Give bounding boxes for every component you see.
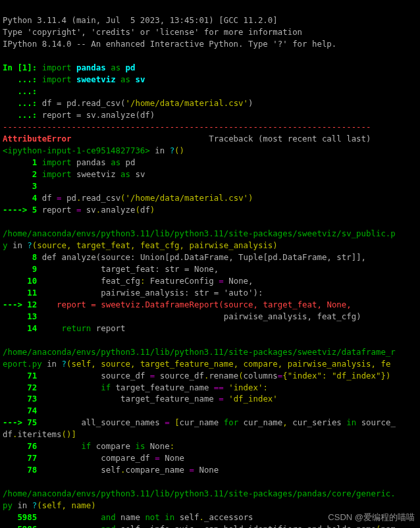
in-prompt: In [1]: import pandas as pd (3, 63, 135, 72)
python-banner-2: Type 'copyright', 'credits' or 'license'… (3, 27, 302, 37)
f2-78: 78 self.compare_name = None (3, 465, 219, 475)
f2-77: 77 compare_df = None (3, 453, 184, 463)
f2-76: 76 if compare is None: (3, 441, 174, 451)
terminal[interactable]: Python 3.11.4 (main, Jul 5 2023, 13:45:0… (0, 0, 420, 528)
f1-12: ---> 12 report = sweetviz.DataframeRepor… (3, 300, 352, 309)
error-header: AttributeError Traceback (most recent ca… (3, 134, 371, 144)
tb-line-5: ----> 5 report = sv.analyze(df) (3, 205, 155, 215)
f2-72: 72 if target_feature_name == 'index': (3, 383, 268, 392)
f2-73: 73 target_feature_name = 'df_index' (3, 394, 278, 404)
f3-5985: 5985 and name not in self._accessors (3, 512, 253, 522)
f1-13: 13 pairwise_analysis, feat_cfg) (3, 311, 361, 321)
ipython-banner: IPython 8.14.0 -- An enhanced Interactiv… (3, 39, 336, 49)
tb-line-3: 3 (3, 181, 37, 191)
f1-11: 11 pairwise_analysis: str = 'auto'): (3, 288, 263, 298)
f2-71: 71 source_df = source_df.rename(columns=… (3, 371, 390, 381)
cont-prompt-2: ...: (3, 86, 42, 96)
f2-74: 74 (3, 406, 37, 415)
tb-line-1: 1 import pandas as pd (3, 157, 135, 167)
f2-75: ---> 75 all_source_names = [cur_name for… (3, 417, 396, 427)
f1-9: 9 target_feat: str = None, (3, 264, 219, 274)
f1-14: 14 return report (3, 323, 126, 333)
frame2-path2: eport.py in ?(self, source, target_featu… (3, 359, 390, 369)
cont-prompt-1: ...: import sweetviz as sv (3, 74, 145, 84)
traceback-separator: ----------------------------------------… (3, 122, 371, 132)
f3-5986: 5986 and self._info_axis._can_hold_ident… (3, 524, 396, 528)
tb-line-2: 2 import sweetviz as sv (3, 169, 145, 179)
frame2-path: /home/anaconda/envs/python3.11/lib/pytho… (3, 347, 396, 357)
frame1-path2: y in ?(source, target_feat, feat_cfg, pa… (3, 240, 278, 250)
python-banner-1: Python 3.11.4 (main, Jul 5 2023, 13:45:0… (3, 15, 278, 25)
f2-75b: df.iteritems()] (3, 429, 76, 439)
f1-10: 10 feat_cfg: FeatureConfig = None, (3, 276, 253, 286)
tb-line-4: 4 df = pd.read_csv('/home/data/material.… (3, 193, 253, 203)
watermark: CSDN @爱编程的喵喵 (328, 512, 415, 524)
frame3-path2: py in ?(self, name) (3, 500, 96, 510)
ipython-source: <ipython-input-1-ce9514827736> in ?() (3, 145, 184, 155)
frame1-path: /home/anaconda/envs/python3.11/lib/pytho… (3, 228, 396, 238)
cont-prompt-4: ...: report = sv.analyze(df) (3, 110, 155, 120)
f1-8: 8 def analyze(source: Union[pd.DataFrame… (3, 252, 366, 262)
cont-prompt-3: ...: df = pd.read_csv('/home/data/materi… (3, 98, 253, 108)
frame3-path: /home/anaconda/envs/python3.11/lib/pytho… (3, 488, 396, 498)
